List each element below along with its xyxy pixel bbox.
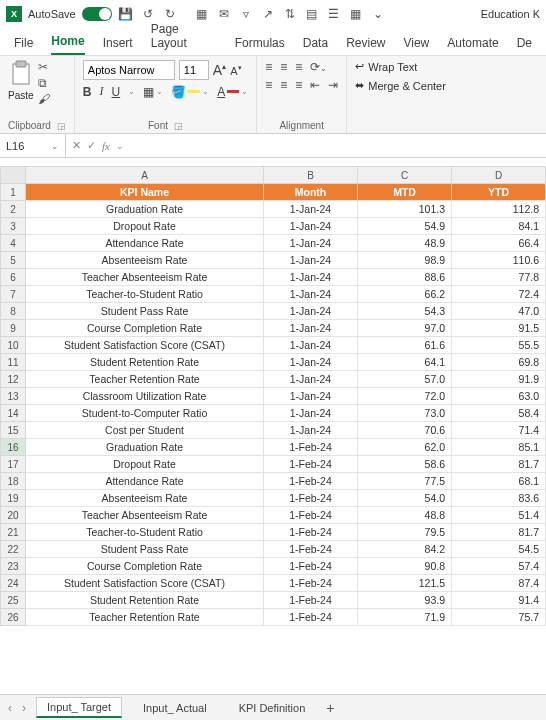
cell-ytd[interactable]: 91.9 xyxy=(452,371,546,388)
cell-mtd[interactable]: 90.8 xyxy=(358,558,452,575)
cell-kpi-name[interactable]: Student Pass Rate xyxy=(26,303,264,320)
list-icon[interactable]: ☰ xyxy=(326,6,342,22)
cell-month[interactable]: 1-Jan-24 xyxy=(264,354,358,371)
cell-ytd[interactable]: 66.4 xyxy=(452,235,546,252)
row-header[interactable]: 11 xyxy=(0,354,26,371)
cell-mtd[interactable]: 93.9 xyxy=(358,592,452,609)
filter-icon[interactable]: ▿ xyxy=(238,6,254,22)
font-color-button[interactable]: A⌄ xyxy=(217,85,248,99)
cell-mtd[interactable]: 101.3 xyxy=(358,201,452,218)
cell-kpi-name[interactable]: Teacher Retention Rate xyxy=(26,609,264,626)
cell-mtd[interactable]: 79.5 xyxy=(358,524,452,541)
cell-month[interactable]: 1-Jan-24 xyxy=(264,337,358,354)
cell-ytd[interactable]: 58.4 xyxy=(452,405,546,422)
row-header[interactable]: 19 xyxy=(0,490,26,507)
cell-ytd[interactable]: 84.1 xyxy=(452,218,546,235)
cell-kpi-name[interactable]: Student Satisfaction Score (CSAT) xyxy=(26,337,264,354)
col-header-a[interactable]: A xyxy=(26,166,264,184)
cell-mtd[interactable]: 48.8 xyxy=(358,507,452,524)
row-header[interactable]: 13 xyxy=(0,388,26,405)
row-header[interactable]: 23 xyxy=(0,558,26,575)
cell-mtd[interactable]: 62.0 xyxy=(358,439,452,456)
cell-mtd[interactable]: 97.0 xyxy=(358,320,452,337)
header-ytd[interactable]: YTD xyxy=(452,184,546,201)
align-center-icon[interactable]: ≡ xyxy=(280,78,287,92)
row-header[interactable]: 4 xyxy=(0,235,26,252)
cell-mtd[interactable]: 98.9 xyxy=(358,252,452,269)
cell-month[interactable]: 1-Feb-24 xyxy=(264,439,358,456)
bold-button[interactable]: B xyxy=(83,85,92,99)
cancel-formula-icon[interactable]: ✕ xyxy=(72,139,81,152)
cell-kpi-name[interactable]: Dropout Rate xyxy=(26,218,264,235)
add-sheet-button[interactable]: + xyxy=(326,700,334,716)
cell-kpi-name[interactable]: Teacher-to-Student Ratio xyxy=(26,286,264,303)
tab-formulas[interactable]: Formulas xyxy=(235,36,285,55)
align-left-icon[interactable]: ≡ xyxy=(265,78,272,92)
row-header[interactable]: 20 xyxy=(0,507,26,524)
cell-ytd[interactable]: 47.0 xyxy=(452,303,546,320)
cell-ytd[interactable]: 75.7 xyxy=(452,609,546,626)
cell-month[interactable]: 1-Jan-24 xyxy=(264,303,358,320)
font-dialog-icon[interactable]: ◲ xyxy=(174,121,183,131)
borders-button[interactable]: ▦⌄ xyxy=(143,85,163,99)
cell-month[interactable]: 1-Feb-24 xyxy=(264,490,358,507)
tab-data[interactable]: Data xyxy=(303,36,328,55)
cell-mtd[interactable]: 84.2 xyxy=(358,541,452,558)
row-header[interactable]: 26 xyxy=(0,609,26,626)
tab-review[interactable]: Review xyxy=(346,36,385,55)
tab-home[interactable]: Home xyxy=(51,34,84,55)
sheet-tab-input-actual[interactable]: Input_ Actual xyxy=(132,698,218,718)
grid-icon[interactable]: ▦ xyxy=(194,6,210,22)
row-header[interactable]: 18 xyxy=(0,473,26,490)
cell-ytd[interactable]: 63.0 xyxy=(452,388,546,405)
align-bottom-icon[interactable]: ≡ xyxy=(295,60,302,74)
calc-icon[interactable]: ▦ xyxy=(348,6,364,22)
cell-ytd[interactable]: 72.4 xyxy=(452,286,546,303)
row-header[interactable]: 10 xyxy=(0,337,26,354)
copy-icon[interactable]: ⧉ xyxy=(38,76,50,90)
cell-kpi-name[interactable]: Course Completion Rate xyxy=(26,558,264,575)
cell-kpi-name[interactable]: Student Pass Rate xyxy=(26,541,264,558)
cell-ytd[interactable]: 91.5 xyxy=(452,320,546,337)
cell-kpi-name[interactable]: Teacher Retention Rate xyxy=(26,371,264,388)
mail-icon[interactable]: ✉ xyxy=(216,6,232,22)
cell-kpi-name[interactable]: Course Completion Rate xyxy=(26,320,264,337)
cell-ytd[interactable]: 57.4 xyxy=(452,558,546,575)
cell-kpi-name[interactable]: Teacher Absenteeism Rate xyxy=(26,507,264,524)
orientation-icon[interactable]: ⟳⌄ xyxy=(310,60,327,74)
cell-kpi-name[interactable]: Dropout Rate xyxy=(26,456,264,473)
cell-kpi-name[interactable]: Teacher-to-Student Ratio xyxy=(26,524,264,541)
row-header[interactable]: 2 xyxy=(0,201,26,218)
cell-kpi-name[interactable]: Absenteeism Rate xyxy=(26,490,264,507)
row-header[interactable]: 17 xyxy=(0,456,26,473)
row-header[interactable]: 12 xyxy=(0,371,26,388)
wrap-text-button[interactable]: ↩Wrap Text xyxy=(355,60,446,73)
format-painter-icon[interactable]: 🖌 xyxy=(38,92,50,106)
increase-indent-icon[interactable]: ⇥ xyxy=(328,78,338,92)
share-icon[interactable]: ↗ xyxy=(260,6,276,22)
cell-month[interactable]: 1-Feb-24 xyxy=(264,473,358,490)
cell-month[interactable]: 1-Feb-24 xyxy=(264,507,358,524)
cell-ytd[interactable]: 110.6 xyxy=(452,252,546,269)
chevron-down-icon[interactable]: ⌄ xyxy=(116,141,124,151)
cell-month[interactable]: 1-Feb-24 xyxy=(264,609,358,626)
row-header[interactable]: 6 xyxy=(0,269,26,286)
cell-kpi-name[interactable]: Teacher Absenteeism Rate xyxy=(26,269,264,286)
cell-ytd[interactable]: 71.4 xyxy=(452,422,546,439)
row-header[interactable]: 1 xyxy=(0,184,26,201)
cell-mtd[interactable]: 61.6 xyxy=(358,337,452,354)
clipboard-dialog-icon[interactable]: ◲ xyxy=(57,121,66,131)
row-header[interactable]: 8 xyxy=(0,303,26,320)
row-header[interactable]: 5 xyxy=(0,252,26,269)
align-right-icon[interactable]: ≡ xyxy=(295,78,302,92)
sheet-nav-next-icon[interactable]: › xyxy=(22,701,26,715)
cell-mtd[interactable]: 121.5 xyxy=(358,575,452,592)
decrease-indent-icon[interactable]: ⇤ xyxy=(310,78,320,92)
cell-ytd[interactable]: 69.8 xyxy=(452,354,546,371)
cell-kpi-name[interactable]: Student Retention Rate xyxy=(26,592,264,609)
cell-month[interactable]: 1-Jan-24 xyxy=(264,235,358,252)
cell-ytd[interactable]: 81.7 xyxy=(452,524,546,541)
cell-ytd[interactable]: 81.7 xyxy=(452,456,546,473)
header-month[interactable]: Month xyxy=(264,184,358,201)
cell-month[interactable]: 1-Jan-24 xyxy=(264,286,358,303)
